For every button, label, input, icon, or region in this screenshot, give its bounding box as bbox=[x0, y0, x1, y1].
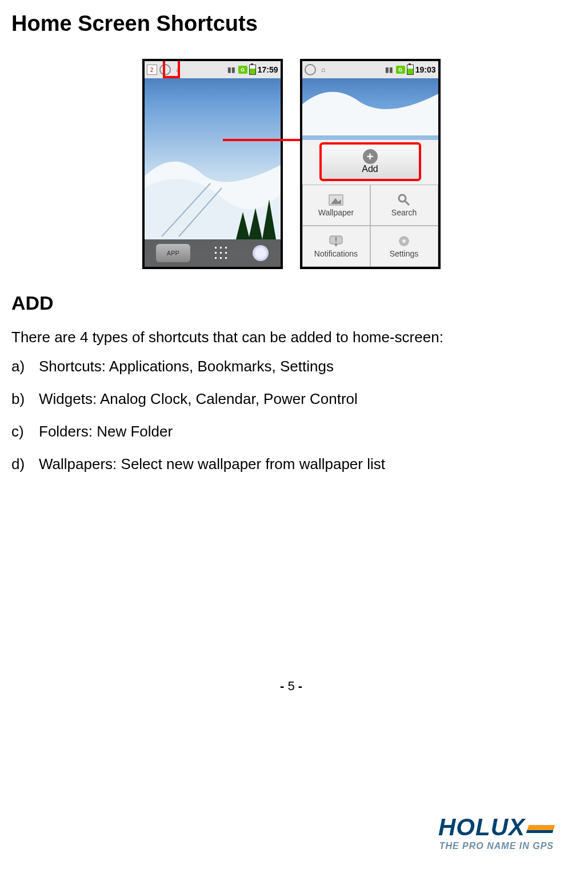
list-marker: d) bbox=[11, 455, 39, 473]
list-text: Widgets: Analog Clock, Calendar, Power C… bbox=[39, 390, 358, 408]
phone-screenshot-right: ⌂ ▮▮ G 19:03 + Add Wall bbox=[300, 59, 441, 269]
wallpaper-snow bbox=[302, 78, 438, 135]
menu-label: Notifications bbox=[314, 249, 358, 258]
logo-bar-icon bbox=[526, 825, 555, 833]
logo-tagline: THE PRO NAME IN GPS bbox=[438, 841, 554, 851]
section-heading-add: ADD bbox=[11, 292, 571, 314]
menu-search-button[interactable]: Search bbox=[370, 185, 438, 226]
picture-icon bbox=[328, 194, 344, 206]
footer-logo: HOLUX THE PRO NAME IN GPS bbox=[438, 814, 554, 851]
figure-row: 2 ⌂ ▮▮ G 17:59 APP bbox=[11, 59, 571, 269]
calendar-notif-icon: 2 bbox=[147, 65, 157, 75]
logo-text: HOLUX bbox=[438, 814, 525, 840]
svg-marker-5 bbox=[334, 244, 338, 247]
list-item: c) Folders: New Folder bbox=[11, 423, 571, 440]
menu-label: Search bbox=[391, 208, 417, 217]
intro-text: There are 4 types of shortcuts that can … bbox=[11, 329, 571, 346]
menu-label: Add bbox=[362, 164, 378, 174]
page-title: Home Screen Shortcuts bbox=[11, 11, 571, 36]
menu-settings-button[interactable]: Settings bbox=[370, 226, 438, 267]
menu-add-button[interactable]: + Add bbox=[319, 142, 421, 181]
tree-graphic bbox=[236, 212, 250, 239]
list-marker: a) bbox=[11, 358, 39, 375]
app-drawer-icon[interactable] bbox=[213, 245, 229, 261]
gear-icon bbox=[396, 235, 412, 247]
svg-line-3 bbox=[405, 201, 409, 205]
notification-icon: ! bbox=[328, 235, 344, 247]
shortcut-list: a) Shortcuts: Applications, Bookmarks, S… bbox=[11, 358, 571, 473]
signal-icon: ▮▮ bbox=[384, 65, 394, 75]
sync-icon bbox=[305, 64, 316, 75]
svg-point-2 bbox=[399, 195, 406, 202]
menu-notifications-button[interactable]: ! Notifications bbox=[302, 226, 370, 267]
list-text: Wallpapers: Select new wallpaper from wa… bbox=[39, 455, 385, 473]
notification-highlight bbox=[163, 59, 180, 78]
page-number: - 5 - bbox=[11, 679, 571, 695]
signal-icon: ▮▮ bbox=[226, 65, 237, 75]
list-item: b) Widgets: Analog Clock, Calendar, Powe… bbox=[11, 390, 571, 408]
status-bar: ⌂ ▮▮ G 19:03 bbox=[302, 61, 438, 78]
svg-text:!: ! bbox=[335, 236, 337, 244]
home-menu: + Add Wallpaper Search ! Noti bbox=[302, 140, 438, 267]
tree-graphic bbox=[249, 208, 262, 239]
battery-icon bbox=[249, 65, 256, 75]
battery-icon bbox=[407, 65, 414, 75]
search-icon bbox=[396, 194, 412, 206]
list-marker: b) bbox=[11, 390, 39, 408]
home-icon: ⌂ bbox=[318, 65, 329, 75]
data-icon: G bbox=[396, 66, 405, 74]
phone-screenshot-left: 2 ⌂ ▮▮ G 17:59 APP bbox=[142, 59, 283, 269]
menu-wallpaper-button[interactable]: Wallpaper bbox=[302, 185, 370, 226]
menu-label: Settings bbox=[390, 249, 419, 258]
svg-point-8 bbox=[402, 239, 406, 243]
list-text: Shortcuts: Applications, Bookmarks, Sett… bbox=[39, 358, 334, 375]
tree-graphic bbox=[262, 199, 276, 239]
phone-dock: APP bbox=[145, 239, 281, 267]
clock-time: 17:59 bbox=[258, 65, 278, 74]
list-item: a) Shortcuts: Applications, Bookmarks, S… bbox=[11, 358, 571, 375]
menu-label: Wallpaper bbox=[318, 208, 354, 217]
dock-app-button[interactable]: APP bbox=[156, 244, 190, 262]
clock-time: 19:03 bbox=[415, 65, 436, 74]
list-item: d) Wallpapers: Select new wallpaper from… bbox=[11, 455, 571, 473]
list-marker: c) bbox=[11, 423, 39, 440]
data-icon: G bbox=[238, 66, 247, 74]
plus-icon: + bbox=[363, 149, 378, 164]
list-text: Folders: New Folder bbox=[39, 423, 173, 440]
browser-icon[interactable] bbox=[253, 245, 269, 261]
